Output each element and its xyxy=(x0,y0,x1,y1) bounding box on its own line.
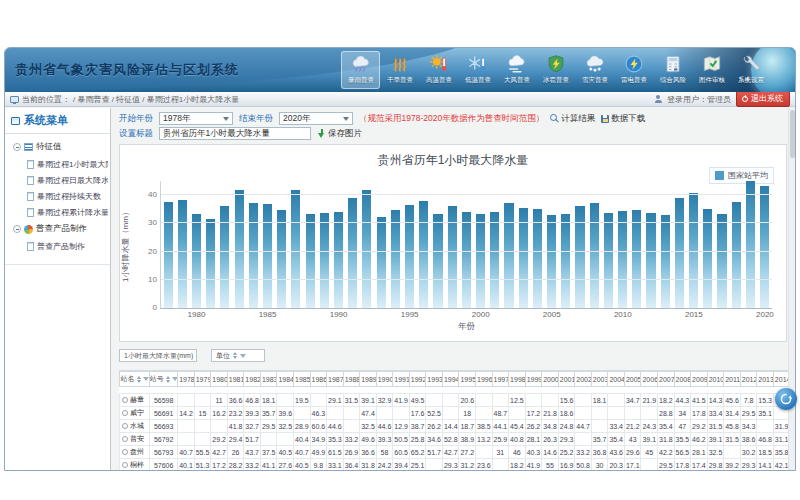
bar[interactable] xyxy=(377,217,386,308)
col-header-year[interactable]: 2000 xyxy=(542,372,559,387)
bar[interactable] xyxy=(618,211,627,308)
nav-item-mapaudit[interactable]: 图件审核 xyxy=(692,51,731,89)
sidebar-item[interactable]: 暴雨过程日最大降水量 xyxy=(7,172,108,188)
bar[interactable] xyxy=(206,219,215,308)
bar[interactable] xyxy=(732,202,741,308)
col-header-year[interactable]: 1998 xyxy=(509,372,526,387)
col-header-year[interactable]: 2011 xyxy=(724,372,741,387)
col-header-year[interactable]: 1983 xyxy=(260,372,277,387)
bar[interactable] xyxy=(632,210,641,308)
col-header-year[interactable]: 2002 xyxy=(575,372,592,387)
bar[interactable] xyxy=(448,206,457,308)
bar[interactable] xyxy=(462,212,471,308)
expand-toggle-icon[interactable] xyxy=(13,225,21,233)
start-year-select[interactable]: 1978年 xyxy=(159,112,233,125)
nav-item-lowtemp[interactable]: 低温普查 xyxy=(458,51,497,89)
col-header-year[interactable]: 2001 xyxy=(558,372,575,387)
bar[interactable] xyxy=(703,209,712,308)
bar[interactable] xyxy=(533,209,542,308)
bar[interactable] xyxy=(391,210,400,308)
bar[interactable] xyxy=(717,214,726,308)
col-header-year[interactable]: 2005 xyxy=(624,372,641,387)
save-image-button[interactable]: 保存图片 xyxy=(317,128,362,140)
col-header-year[interactable]: 2004 xyxy=(608,372,625,387)
bar[interactable] xyxy=(235,190,244,308)
bar[interactable] xyxy=(476,214,485,308)
col-header-year[interactable]: 1990 xyxy=(376,372,393,387)
radio-icon[interactable] xyxy=(122,436,128,442)
bar[interactable] xyxy=(277,210,286,308)
radio-icon[interactable] xyxy=(122,410,128,416)
bar[interactable] xyxy=(419,201,428,308)
col-header-year[interactable]: 1997 xyxy=(492,372,509,387)
col-header-year[interactable]: 1993 xyxy=(426,372,443,387)
expand-toggle-icon[interactable] xyxy=(13,143,21,151)
sidebar-item[interactable]: 暴雨过程累计降水量 xyxy=(7,204,108,220)
col-header-year[interactable]: 1991 xyxy=(393,372,410,387)
nav-item-lightning[interactable]: 雷电普查 xyxy=(614,51,653,89)
bar[interactable] xyxy=(192,214,201,308)
col-header-year[interactable]: 1980 xyxy=(211,372,228,387)
col-header-year[interactable]: 2006 xyxy=(641,372,658,387)
bar[interactable] xyxy=(263,204,272,308)
col-header-year[interactable]: 2003 xyxy=(591,372,608,387)
bar[interactable] xyxy=(334,212,343,308)
col-header-year[interactable]: 1988 xyxy=(343,372,360,387)
bar[interactable] xyxy=(178,200,187,308)
data-download-button[interactable]: 数据下载 xyxy=(601,113,645,125)
col-header-year[interactable]: 2012 xyxy=(740,372,757,387)
bar[interactable] xyxy=(561,214,570,308)
logout-button[interactable]: 退出系统 xyxy=(736,91,790,107)
col-header-year[interactable]: 1979 xyxy=(194,372,211,387)
nav-item-hightemp[interactable]: 高温普查 xyxy=(419,51,458,89)
nav-item-snow[interactable]: 雪灾普查 xyxy=(575,51,614,89)
col-header-year[interactable]: 1995 xyxy=(459,372,476,387)
col-header-year[interactable]: 1999 xyxy=(525,372,542,387)
nav-item-hail[interactable]: 冰雹普查 xyxy=(536,51,575,89)
measure-filter-chip[interactable]: 1小时最大降水量(mm) xyxy=(119,349,197,362)
col-header-year[interactable]: 2009 xyxy=(691,372,708,387)
col-header-year[interactable]: 1984 xyxy=(277,372,294,387)
sidebar-group[interactable]: 特征值 xyxy=(7,138,108,156)
bar[interactable] xyxy=(604,213,613,308)
bar[interactable] xyxy=(746,181,755,308)
radio-icon[interactable] xyxy=(122,423,128,429)
vertical-scrollbar[interactable] xyxy=(788,108,795,470)
bar[interactable] xyxy=(504,203,513,308)
col-header-year[interactable]: 1986 xyxy=(310,372,327,387)
bar[interactable] xyxy=(646,213,655,308)
col-header-year[interactable]: 1978 xyxy=(178,372,195,387)
sidebar-item[interactable]: 暴雨过程1小时最大降水量 xyxy=(7,156,108,172)
col-header-year[interactable]: 2007 xyxy=(658,372,675,387)
col-header-year[interactable]: 1981 xyxy=(227,372,244,387)
bar[interactable] xyxy=(405,205,414,308)
bar[interactable] xyxy=(320,213,329,308)
col-header-year[interactable]: 1989 xyxy=(360,372,377,387)
bar[interactable] xyxy=(291,190,300,308)
sidebar-item[interactable]: 暴雨过程持续天数 xyxy=(7,188,108,204)
bar[interactable] xyxy=(306,214,315,308)
bar[interactable] xyxy=(249,203,258,308)
bar[interactable] xyxy=(433,214,442,308)
sidebar-item[interactable]: 普查产品制作 xyxy=(7,238,108,254)
sidebar-group[interactable]: 普查产品制作 xyxy=(7,220,108,238)
col-header-year[interactable]: 2008 xyxy=(674,372,691,387)
col-header-station-name[interactable]: 站名 xyxy=(120,372,150,387)
end-year-select[interactable]: 2020年 xyxy=(279,112,353,125)
scrollbar-thumb[interactable] xyxy=(790,110,795,158)
nav-item-drought[interactable]: 干旱普查 xyxy=(380,51,419,89)
nav-item-settings[interactable]: 系统设置 xyxy=(731,51,770,89)
bar[interactable] xyxy=(164,202,173,308)
nav-item-rainstorm[interactable]: 暴雨普查 xyxy=(341,51,380,89)
bar[interactable] xyxy=(547,215,556,308)
radio-icon[interactable] xyxy=(122,449,128,455)
nav-item-wind[interactable]: 大风普查 xyxy=(497,51,536,89)
chart-title-input[interactable] xyxy=(159,127,311,140)
col-header-year[interactable]: 2010 xyxy=(707,372,724,387)
col-header-year[interactable]: 1994 xyxy=(442,372,459,387)
bar[interactable] xyxy=(362,190,371,308)
bar[interactable] xyxy=(348,198,357,308)
col-header-year[interactable]: 1996 xyxy=(476,372,493,387)
col-header-year[interactable]: 2013 xyxy=(757,372,774,387)
col-header-year[interactable]: 1985 xyxy=(293,372,310,387)
